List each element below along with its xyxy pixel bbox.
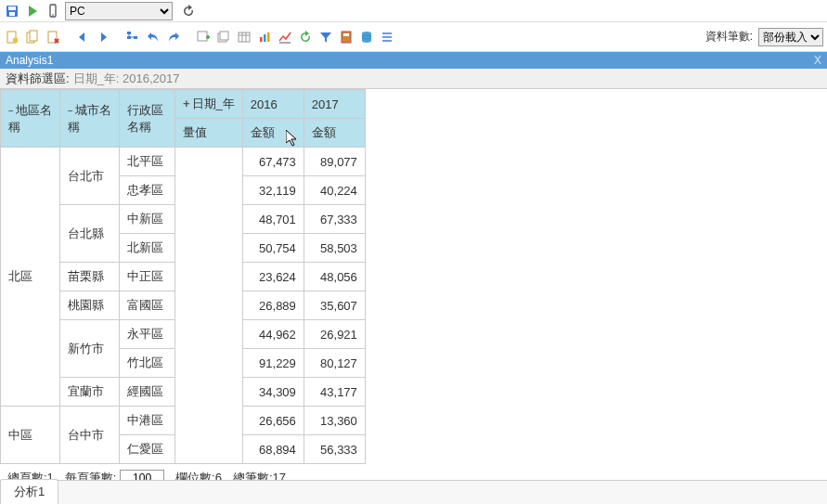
- table-icon[interactable]: [236, 29, 252, 45]
- header-year-2016[interactable]: 2016: [242, 90, 304, 119]
- toolbar-primary: PC: [0, 0, 827, 22]
- cell-value: 43,177: [304, 378, 365, 407]
- svg-rect-7: [13, 38, 18, 43]
- svg-point-5: [52, 14, 54, 16]
- table-row: 北區台北市北平區67,47389,077: [1, 148, 366, 176]
- cell-city[interactable]: 苗栗縣: [60, 263, 120, 291]
- redo-icon[interactable]: [165, 29, 182, 45]
- header-amount-2016[interactable]: 金額: [242, 119, 304, 148]
- header-measure[interactable]: 量值: [175, 119, 243, 148]
- database-icon[interactable]: [358, 29, 375, 45]
- tree-icon[interactable]: [124, 29, 141, 45]
- refresh-icon[interactable]: [180, 3, 197, 19]
- tab-analysis-1[interactable]: 分析1: [0, 479, 58, 504]
- header-year-2017[interactable]: 2017: [304, 90, 365, 119]
- device-select[interactable]: PC: [65, 2, 173, 20]
- cell-district[interactable]: 竹北區: [120, 349, 175, 378]
- cell-district[interactable]: 富國區: [120, 291, 175, 320]
- cell-value: 35,607: [304, 291, 365, 320]
- cell-region[interactable]: 北區: [1, 148, 60, 407]
- filter-value: 日期_年: 2016,2017: [73, 71, 180, 87]
- copy-doc-icon[interactable]: [24, 29, 41, 45]
- svg-rect-1: [8, 6, 16, 10]
- cell-value: 26,921: [304, 320, 365, 349]
- svg-marker-31: [320, 32, 331, 43]
- cell-city[interactable]: 桃園縣: [60, 291, 120, 320]
- cell-value: 50,754: [242, 234, 304, 263]
- cell-value: 58,503: [304, 234, 365, 263]
- svg-rect-23: [239, 32, 250, 42]
- cell-value: 44,962: [242, 320, 304, 349]
- cell-district[interactable]: 仁愛區: [120, 435, 175, 464]
- next-icon[interactable]: [95, 29, 111, 45]
- cell-value: 26,656: [242, 407, 304, 435]
- cell-value: 91,229: [242, 349, 304, 378]
- cell-value: 34,309: [242, 378, 304, 407]
- cell-value: 40,224: [304, 176, 365, 205]
- svg-rect-17: [134, 36, 137, 39]
- cell-value: 23,624: [242, 263, 304, 291]
- cell-district[interactable]: 忠孝區: [120, 176, 175, 205]
- rowcount-select[interactable]: 部份載入: [758, 28, 823, 46]
- undo-icon[interactable]: [145, 29, 162, 45]
- cell-city[interactable]: 台中市: [60, 407, 120, 464]
- cell-city[interactable]: 宜蘭市: [60, 378, 120, 407]
- cell-city[interactable]: 台北縣: [60, 205, 120, 263]
- header-amount-2017[interactable]: 金額: [304, 119, 365, 148]
- svg-rect-27: [260, 37, 263, 42]
- cell-district[interactable]: 經國區: [120, 378, 175, 407]
- list-icon[interactable]: [379, 29, 395, 45]
- svg-marker-3: [29, 6, 37, 17]
- analysis-titlebar: Analysis1 X: [0, 52, 827, 69]
- reload-icon[interactable]: [297, 29, 314, 45]
- svg-rect-2: [9, 12, 15, 16]
- cell-value: 56,333: [304, 435, 365, 464]
- header-district[interactable]: 行政區名稱: [120, 90, 175, 148]
- header-region[interactable]: −地區名稱: [1, 90, 60, 148]
- calc-icon[interactable]: [338, 29, 355, 45]
- svg-rect-29: [267, 32, 270, 42]
- save-icon[interactable]: [4, 3, 20, 19]
- cell-value: 89,077: [304, 148, 365, 176]
- cell-district[interactable]: 永平區: [120, 320, 175, 349]
- analysis-title: Analysis1: [6, 54, 53, 67]
- filter-bar: 資料篩選區: 日期_年: 2016,2017: [0, 69, 827, 89]
- svg-rect-33: [343, 33, 349, 36]
- delete-doc-icon[interactable]: [45, 29, 61, 45]
- cell-city[interactable]: 台北市: [60, 148, 120, 205]
- device-icon[interactable]: [45, 3, 61, 19]
- close-icon[interactable]: X: [814, 54, 821, 67]
- svg-rect-28: [264, 34, 266, 42]
- cell-district[interactable]: 中新區: [120, 205, 175, 234]
- add-grid-icon[interactable]: [195, 29, 212, 45]
- cell-value: 48,701: [242, 205, 304, 234]
- svg-rect-9: [30, 31, 37, 41]
- cell-value: 67,473: [242, 148, 304, 176]
- cell-value: 80,127: [304, 349, 365, 378]
- cell-district[interactable]: 中港區: [120, 407, 175, 435]
- cell-measure-empty: [175, 148, 243, 464]
- header-date[interactable]: +日期_年: [175, 90, 243, 119]
- svg-rect-32: [342, 32, 351, 43]
- cell-district[interactable]: 北新區: [120, 234, 175, 263]
- header-city[interactable]: −城市名稱: [60, 90, 120, 148]
- copy-grid-icon[interactable]: [215, 29, 232, 45]
- svg-rect-18: [198, 32, 207, 41]
- cell-district[interactable]: 北平區: [120, 148, 175, 176]
- linechart-icon[interactable]: [277, 29, 293, 45]
- svg-marker-14: [101, 32, 107, 42]
- cell-region[interactable]: 中區: [1, 407, 60, 464]
- svg-rect-15: [127, 32, 131, 34]
- cell-value: 26,889: [242, 291, 304, 320]
- cell-value: 32,119: [242, 176, 304, 205]
- play-icon[interactable]: [24, 3, 41, 19]
- rowcount-label: 資料筆數:: [705, 29, 753, 45]
- filter-icon[interactable]: [317, 29, 334, 45]
- pivot-table: −地區名稱 −城市名稱 行政區名稱 +日期_年 2016 2017 量值 金額 …: [0, 89, 366, 464]
- prev-icon[interactable]: [74, 29, 91, 45]
- toolbar-secondary: 資料筆數: 部份載入: [0, 22, 827, 52]
- new-doc-icon[interactable]: [4, 29, 20, 45]
- barchart-icon[interactable]: [256, 29, 273, 45]
- cell-district[interactable]: 中正區: [120, 263, 175, 291]
- cell-city[interactable]: 新竹市: [60, 320, 120, 378]
